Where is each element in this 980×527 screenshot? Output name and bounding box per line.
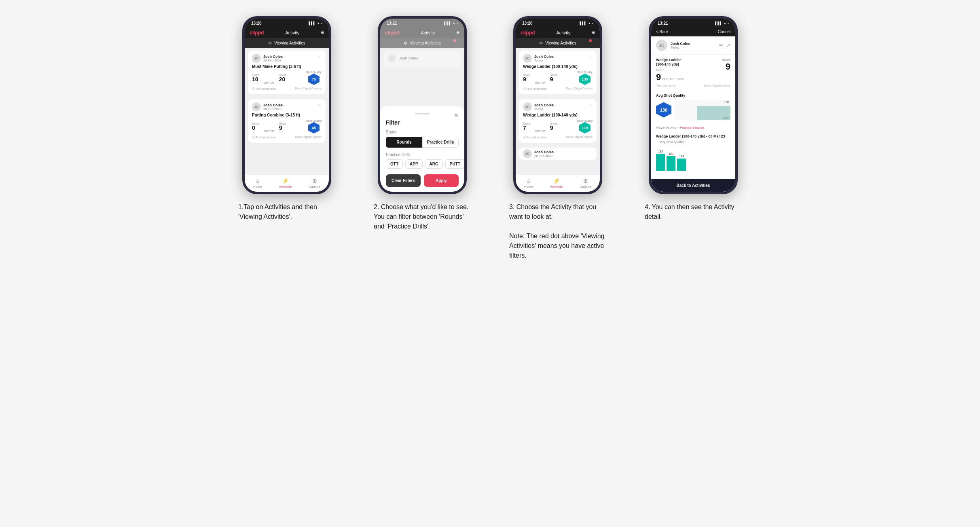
- detail-user-info: JC Josh Coles Today: [656, 40, 690, 51]
- back-button[interactable]: < Back: [656, 30, 669, 34]
- activity-card-3b[interactable]: JC Josh Coles Today ··· Wedge Ladder (10…: [519, 99, 597, 143]
- viewing-bar-3[interactable]: ⚙ Viewing Activities: [516, 38, 600, 48]
- apply-button[interactable]: Apply: [424, 174, 459, 187]
- status-time-3: 13:20: [522, 21, 533, 25]
- modal-handle: [415, 113, 430, 114]
- ott-button[interactable]: OTT: [386, 159, 403, 169]
- arg-button[interactable]: ARG: [425, 159, 443, 169]
- nav-capture-3[interactable]: ⊕ Capture: [580, 178, 591, 188]
- status-bar-4: 13:21 ▌▌▌ ▲ ▪: [651, 19, 735, 27]
- phone-4: 13:21 ▌▌▌ ▲ ▪ < Back Cancel JC: [649, 16, 738, 194]
- step-3-column: 13:20 ▌▌▌ ▲ ▪ clippd Activity ≡ ⚙ Viewin…: [498, 16, 618, 260]
- activity-card-2[interactable]: JC Josh Coles 28 Feb 2023 ··· Putting Co…: [248, 99, 326, 143]
- status-icons-3: ▌▌▌ ▲ ▪: [580, 21, 593, 25]
- viewing-label-2: Viewing Activities: [410, 41, 441, 45]
- user-name-3b: Josh Coles: [534, 103, 554, 107]
- signal-icon-3: ▌▌▌: [580, 21, 586, 25]
- filter-actions: Clear Filters Apply: [386, 174, 459, 187]
- status-icons-4: ▌▌▌ ▲ ▪: [715, 21, 729, 25]
- modal-close-button[interactable]: ✕: [454, 112, 459, 119]
- nav-activities-3[interactable]: ⚡ Activities: [550, 178, 563, 188]
- status-bar-1: 13:20 ▌▌▌ ▲ ▪: [245, 19, 329, 27]
- session-detail: Wedge Ladder (100-140 yds) - 06 Mar 23 →…: [651, 132, 735, 179]
- filter-title: Filter: [386, 119, 459, 126]
- stat-group-shots-1: Shots 20: [279, 74, 286, 82]
- avatar-1: JC: [252, 54, 261, 63]
- cancel-button[interactable]: Cancel: [718, 30, 730, 34]
- stat-group-score-1: Score 10: [252, 74, 259, 82]
- activity-card-3a[interactable]: JC Josh Coles Today ··· Wedge Ladder (10…: [519, 51, 597, 94]
- app-title-2: Activity: [421, 30, 435, 35]
- page-container: 13:20 ▌▌▌ ▲ ▪ clippd Activity ≡ ⚙ View: [227, 16, 753, 260]
- app-logo-3: clippd: [521, 30, 535, 36]
- user-name-2: Josh Coles: [263, 103, 283, 107]
- data-source-3a: Data: Clippd Capture: [566, 87, 593, 91]
- fullscreen-icon[interactable]: ⤢: [726, 42, 730, 48]
- bottom-nav-1: ⌂ Home ⚡ Activities ⊕ Capture: [245, 175, 329, 192]
- app-logo-1: clippd: [250, 30, 264, 36]
- status-icons-2: ▌▌▌ ▲ ▪: [444, 21, 458, 25]
- hamburger-menu-3[interactable]: ≡: [592, 30, 595, 36]
- sq-label-2: Shot Quality: [306, 119, 322, 122]
- home-icon-3: ⌂: [527, 178, 530, 184]
- edit-icon[interactable]: ✏: [719, 42, 723, 48]
- hexagon-1: 75: [308, 74, 320, 85]
- nav-home-3[interactable]: ⌂ Home: [524, 178, 533, 188]
- dimmed-user-info-2: JC Josh Coles: [387, 54, 418, 63]
- session-subtitle: → Avg Shot Quality: [656, 140, 730, 144]
- more-dots-1[interactable]: ···: [317, 54, 322, 59]
- detail-test-info: Test Information: [656, 84, 676, 87]
- bar-val-1: 132: [658, 150, 663, 153]
- rounds-toggle[interactable]: Rounds: [386, 137, 422, 148]
- score-value-1: 10: [252, 76, 259, 82]
- wifi-icon-4: ▲: [723, 21, 726, 25]
- caption-3: 3. Choose the Activity that you want to …: [509, 202, 606, 260]
- avatar-3c: JC: [523, 149, 532, 158]
- practice-drills-toggle[interactable]: Practice Drills: [422, 137, 459, 148]
- app-title-3: Activity: [556, 30, 570, 35]
- activity-card-1[interactable]: JC Josh Coles 28 Feb 2023 ··· Must Make …: [248, 51, 326, 94]
- session-title: Wedge Ladder (100-140 yds) - 06 Mar 23: [656, 134, 730, 138]
- clear-filters-button[interactable]: Clear Filters: [386, 174, 421, 187]
- caption-4: 4. You can then see the Activity detail.: [645, 202, 742, 222]
- viewing-bar-2[interactable]: ⚙ Viewing Activities: [380, 38, 464, 48]
- nav-home-1[interactable]: ⌂ Home: [253, 178, 262, 188]
- avg-row: 130 130 APP: [656, 100, 730, 120]
- activity-card-3c[interactable]: JC Josh Coles 28 Feb 2023: [519, 148, 597, 160]
- detail-score-label: Score: [656, 68, 665, 72]
- info-row-1: ⓘ Test Information Data: Clippd Capture: [252, 87, 322, 91]
- detail-action-icons: ✏ ⤢: [719, 42, 730, 48]
- signal-icon: ▌▌▌: [309, 21, 315, 25]
- sq-lbl-3a: Shot Quality: [577, 71, 593, 74]
- drill-type-row: OTT APP ARG PUTT: [386, 159, 459, 169]
- viewing-bar-1[interactable]: ⚙ Viewing Activities: [245, 38, 329, 48]
- hamburger-menu-2[interactable]: ≡: [456, 30, 459, 36]
- battery-icon-2: ▪: [457, 21, 458, 25]
- hamburger-menu-1[interactable]: ≡: [321, 30, 324, 36]
- bar-val-2: 129: [669, 152, 673, 155]
- more-dots-3b[interactable]: ···: [588, 102, 593, 108]
- more-dots-3a[interactable]: ···: [588, 54, 593, 59]
- detail-score-value: 9: [656, 72, 661, 83]
- bar-2: [667, 156, 675, 171]
- more-dots-2[interactable]: ···: [317, 102, 322, 108]
- putt-button[interactable]: PUTT: [445, 159, 464, 169]
- nav-activities-1[interactable]: ⚡ Activities: [279, 178, 292, 188]
- user-info-3c: JC Josh Coles 28 Feb 2023: [523, 149, 554, 158]
- app-button[interactable]: APP: [405, 159, 423, 169]
- back-to-activities-button[interactable]: Back to Activities: [651, 179, 735, 192]
- dimmed-card-2: JC Josh Coles: [383, 51, 461, 68]
- capture-icon-1: ⊕: [312, 178, 317, 184]
- phone-content-3: JC Josh Coles Today ··· Wedge Ladder (10…: [516, 48, 600, 175]
- status-time-4: 13:21: [658, 21, 668, 25]
- stat-shots-3b: Shots 9: [550, 122, 557, 131]
- detail-shots-label: Shots: [675, 77, 684, 81]
- nav-capture-1[interactable]: ⊕ Capture: [309, 178, 320, 188]
- info-row-3a: ⓘ Test Information Data: Clippd Capture: [523, 87, 593, 91]
- avatar-3b: JC: [523, 102, 532, 111]
- status-time-1: 13:20: [251, 21, 262, 25]
- player-activity-section: Player Activity > Practice Session: [651, 123, 735, 132]
- sq-lbl-3b: Shot Quality: [577, 119, 593, 122]
- user-date-1: 28 Feb 2023: [263, 59, 283, 62]
- stats-row-2: Score 0 OUT OF Shots 9 Shot Quality 45: [252, 119, 322, 133]
